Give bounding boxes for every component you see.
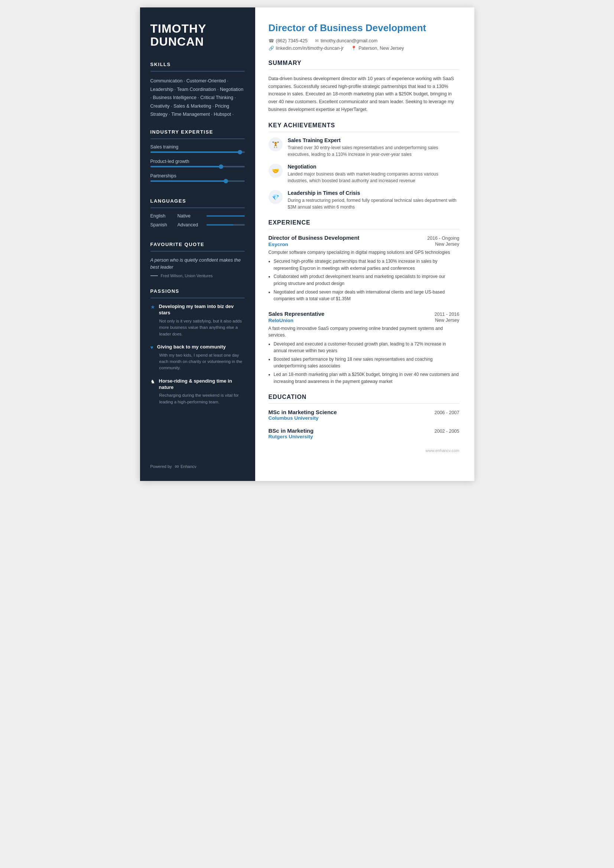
passions-title: PASSIONS [151, 288, 245, 294]
summary-divider [269, 70, 460, 70]
exp-bullets: Secured high-profile strategic partnersh… [269, 258, 460, 302]
exp-location: New Jersey [435, 242, 459, 247]
passion-desc: Not only is it very satisfying, but it a… [151, 318, 245, 337]
education-divider [269, 403, 460, 404]
name-block: TIMOTHY DUNCAN [151, 22, 245, 48]
experience-title: EXPERIENCE [269, 219, 460, 226]
location-icon: 📍 [351, 46, 357, 51]
quote-divider [151, 251, 245, 252]
linkedin-text: linkedin.com/in/timothy-duncan-jr [276, 46, 344, 51]
footer-brand: Enhancv [180, 464, 196, 469]
passion-icon: ★ [151, 304, 155, 310]
exp-subheader: ReloUnion New Jersey [269, 318, 460, 323]
quote-text: A person who is quietly confident makes … [151, 257, 245, 271]
achievements-divider [269, 132, 460, 132]
languages-title: LANGUAGES [151, 198, 245, 204]
languages-section: LANGUAGES English Native Spanish Advance… [151, 198, 245, 231]
footer-website: www.enhancv.com [426, 448, 460, 453]
achievement-icon: 🏋 [272, 141, 279, 148]
phone-text: (862) 7345-425 [276, 38, 308, 43]
main-footer: www.enhancv.com [269, 448, 460, 453]
passion-header: ♥ Giving back to my community [151, 344, 245, 350]
email-text: timothy.duncan@gmail.com [320, 38, 378, 43]
achievement-title: Negotiation [288, 164, 460, 170]
sidebar-footer: Powered by ∞ Enhancv [151, 456, 245, 470]
exp-bullet: Boosted sales performance by hiring 18 n… [274, 356, 460, 370]
achievement-icon-wrap: 🤝 [269, 164, 283, 178]
lang-name: English [151, 213, 174, 219]
edu-dates: 2006 - 2007 [435, 410, 460, 415]
passion-items: ★ Developing my team into biz dev stars … [151, 304, 245, 405]
expertise-item: Sales training [151, 144, 245, 153]
expertise-bar-fill [151, 180, 226, 182]
education-items: MSc in Marketing Science 2006 - 2007 Col… [269, 409, 460, 439]
achievement-item: 🏋 Sales Training Expert Trained over 30 … [269, 137, 460, 158]
summary-text: Data-driven business development directo… [269, 75, 460, 113]
quote-title: FAVOURITE QUOTE [151, 242, 245, 247]
passion-title: Horse-riding & spending time in nature [159, 378, 245, 391]
passion-header: ♞ Horse-riding & spending time in nature [151, 378, 245, 391]
exp-bullet: Led an 18-month marketing plan with a $2… [274, 371, 460, 385]
footer-powered-label: Powered by [151, 464, 172, 469]
exp-role: Sales Representative [269, 311, 325, 317]
resume-container: TIMOTHY DUNCAN SKILLS Communication · Cu… [140, 8, 474, 481]
experience-section: EXPERIENCE Director of Business Developm… [269, 219, 460, 385]
job-title: Director of Business Development [269, 22, 460, 34]
exp-location: New Jersey [435, 318, 459, 323]
lang-bar-bg [207, 215, 245, 217]
expertise-label: Product-led growth [151, 159, 245, 164]
person-name: TIMOTHY DUNCAN [151, 22, 245, 48]
passion-item: ♞ Horse-riding & spending time in nature… [151, 378, 245, 405]
expertise-bar-dot [219, 164, 223, 169]
passion-icon: ♞ [151, 378, 155, 384]
lang-bar-fill [207, 224, 233, 226]
achievement-title: Sales Training Expert [288, 137, 460, 143]
exp-header: Sales Representative 2011 - 2016 [269, 311, 460, 317]
passion-desc: With my two kids, I spend at least one d… [151, 352, 245, 372]
phone-contact: ☎ (862) 7345-425 [269, 38, 308, 43]
header: Director of Business Development ☎ (862)… [269, 22, 460, 51]
achievements-title: KEY ACHIEVEMENTS [269, 122, 460, 129]
achievement-icon: 💎 [272, 194, 279, 201]
experience-item: Director of Business Development 2016 - … [269, 234, 460, 302]
exp-bullet: Negotiated and closed seven major deals … [274, 289, 460, 302]
lang-level: Native [177, 213, 204, 219]
expertise-label: Sales training [151, 144, 245, 150]
contact-row2: 🔗 linkedin.com/in/timothy-duncan-jr 📍 Pa… [269, 46, 460, 51]
experience-divider [269, 229, 460, 229]
expertise-bar-dot [238, 150, 242, 154]
quote-author: Fred Wilson, Union Ventures [151, 273, 245, 278]
education-title: EDUCATION [269, 394, 460, 400]
exp-header: Director of Business Development 2016 - … [269, 234, 460, 241]
passion-title: Developing my team into biz dev stars [159, 304, 245, 316]
email-contact: ✉ timothy.duncan@gmail.com [315, 38, 378, 43]
achievement-items: 🏋 Sales Training Expert Trained over 30 … [269, 137, 460, 211]
lang-level: Advanced [177, 222, 204, 228]
education-item: MSc in Marketing Science 2006 - 2007 Col… [269, 409, 460, 421]
language-item: Spanish Advanced [151, 222, 245, 228]
edu-header: BSc in Marketing 2002 - 2005 [269, 428, 460, 434]
location-contact: 📍 Paterson, New Jersey [351, 46, 404, 51]
exp-dates: 2016 - Ongoing [427, 236, 459, 241]
exp-company: Esycron [269, 242, 288, 247]
skills-text: Communication · Customer-Oriented · Lead… [151, 77, 245, 119]
expertise-bar-dot [224, 179, 228, 183]
linkedin-contact: 🔗 linkedin.com/in/timothy-duncan-jr [269, 46, 344, 51]
expertise-bar-fill [151, 151, 240, 153]
achievement-item: 🤝 Negotiation Landed major business deal… [269, 164, 460, 184]
achievement-desc: Landed major business deals with market-… [288, 171, 460, 184]
main-content: Director of Business Development ☎ (862)… [255, 8, 474, 481]
edu-dates: 2002 - 2005 [435, 429, 460, 434]
exp-bullet: Collaborated with product development te… [274, 273, 460, 287]
location-text: Paterson, New Jersey [358, 46, 404, 51]
education-section: EDUCATION MSc in Marketing Science 2006 … [269, 394, 460, 439]
languages-divider [151, 208, 245, 208]
exp-dates: 2011 - 2016 [435, 312, 460, 317]
passion-icon: ♥ [151, 344, 154, 350]
achievement-desc: During a restructuring period, formed fu… [288, 197, 460, 211]
edu-school: Rutgers University [269, 434, 460, 439]
exp-role: Director of Business Development [269, 234, 359, 241]
exp-description: Computer software company specializing i… [269, 249, 460, 256]
achievement-title: Leadership in Times of Crisis [288, 190, 460, 196]
exp-description: A fast-moving innovative SaaS company po… [269, 325, 460, 338]
